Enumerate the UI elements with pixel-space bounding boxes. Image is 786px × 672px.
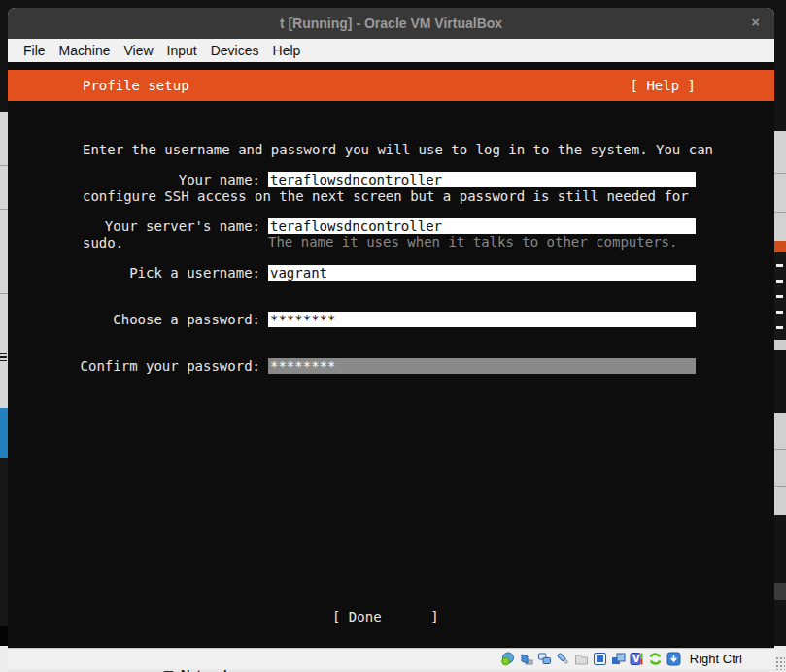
- menu-item-machine[interactable]: Machine: [59, 43, 111, 58]
- usb-icon[interactable]: [556, 652, 571, 667]
- confirm-password-label: Confirm your password:: [8, 358, 260, 374]
- shared-folders-icon[interactable]: [574, 652, 590, 667]
- virtualbox-window: t [Running] - Oracle VM VirtualBox × Fil…: [8, 8, 774, 669]
- form-row-password: Choose a password: ********: [8, 312, 774, 327]
- close-button[interactable]: ×: [751, 15, 760, 30]
- sliver-divider: [774, 486, 786, 487]
- hard-disks-icon[interactable]: [500, 652, 516, 667]
- username-input[interactable]: vagrant: [268, 265, 696, 281]
- description-line: configure SSH access on the next screen …: [83, 188, 713, 204]
- form-row-server-name: Your server's name: teraflowsdncontrolle…: [8, 218, 774, 234]
- sliver-segment: [774, 583, 786, 600]
- hamburger-icon: [0, 353, 7, 361]
- description-line: Enter the username and password you will…: [83, 142, 713, 157]
- help-button[interactable]: [ Help ]: [631, 78, 696, 93]
- sliver-segment: [774, 340, 786, 350]
- installer-header: Profile setup [ Help ]: [8, 70, 774, 101]
- page-title: Profile setup: [83, 78, 189, 93]
- username-label: Pick a username:: [8, 265, 260, 281]
- your-name-label: Your name:: [8, 172, 260, 187]
- audio-icon[interactable]: [519, 652, 534, 667]
- sliver-dash: [776, 295, 783, 298]
- features-icon[interactable]: V: [630, 652, 645, 667]
- sliver-divider: [0, 293, 8, 294]
- sliver-segment-orange: [774, 241, 786, 252]
- form-row-confirm-password: Confirm your password: ********: [8, 358, 774, 374]
- server-name-hint: The name it uses when it talks to other …: [268, 234, 677, 250]
- statusbar: V Right Ctrl: [8, 648, 774, 669]
- sliver-segment: [0, 458, 8, 626]
- password-label: Choose a password:: [8, 312, 260, 327]
- network-icon[interactable]: [537, 652, 553, 667]
- form-row-your-name: Your name: teraflowsdncontroller: [8, 172, 774, 187]
- server-name-label: Your server's name:: [8, 218, 260, 234]
- svg-text:V: V: [632, 654, 640, 664]
- your-name-input[interactable]: teraflowsdncontroller: [268, 172, 696, 187]
- form-row-username: Pick a username: vagrant: [8, 265, 774, 281]
- background-window-sliver-right: [774, 0, 786, 672]
- display-icon[interactable]: [593, 652, 608, 667]
- sliver-dash: [776, 280, 783, 283]
- menu-item-devices[interactable]: Devices: [211, 43, 259, 58]
- sliver-dash: [776, 326, 783, 329]
- sliver-segment: [774, 131, 786, 241]
- sliver-segment-blue: [0, 408, 8, 458]
- sliver-segment: [774, 413, 786, 515]
- sliver-segment: [0, 626, 8, 646]
- sliver-divider: [0, 165, 8, 166]
- mouse-integration-icon[interactable]: [648, 652, 664, 667]
- sliver-divider: [0, 209, 8, 210]
- done-button[interactable]: [ Done ]: [332, 609, 439, 624]
- menubar: File Machine View Input Devices Help: [8, 39, 774, 62]
- host-key-label: Right Ctrl: [690, 652, 742, 666]
- sliver-dash: [776, 264, 783, 267]
- menu-item-view[interactable]: View: [123, 43, 153, 58]
- sliver-dash: [776, 311, 783, 314]
- installer-description: Enter the username and password you will…: [83, 111, 713, 282]
- sliver-segment: [0, 646, 8, 672]
- menu-item-input[interactable]: Input: [167, 43, 197, 58]
- server-name-input[interactable]: teraflowsdncontroller: [268, 218, 696, 234]
- background-window-sliver-left: [0, 0, 8, 672]
- keyboard-icon[interactable]: [666, 652, 682, 667]
- password-input[interactable]: ********: [268, 312, 696, 327]
- vm-console[interactable]: Profile setup [ Help ] Enter the usernam…: [8, 62, 774, 648]
- menu-item-help[interactable]: Help: [273, 43, 301, 58]
- desktop: Network t [Running] - Oracle VM VirtualB…: [0, 0, 786, 672]
- menu-item-file[interactable]: File: [23, 43, 46, 58]
- sliver-segment: [0, 112, 8, 408]
- confirm-password-input[interactable]: ********: [268, 358, 696, 374]
- window-titlebar[interactable]: t [Running] - Oracle VM VirtualBox ×: [8, 8, 774, 39]
- sliver-divider: [774, 449, 786, 450]
- sliver-divider: [774, 212, 786, 213]
- sliver-divider: [774, 173, 786, 174]
- recording-icon[interactable]: [611, 652, 627, 667]
- resize-grip[interactable]: [775, 656, 785, 670]
- window-title: t [Running] - Oracle VM VirtualBox: [280, 16, 502, 31]
